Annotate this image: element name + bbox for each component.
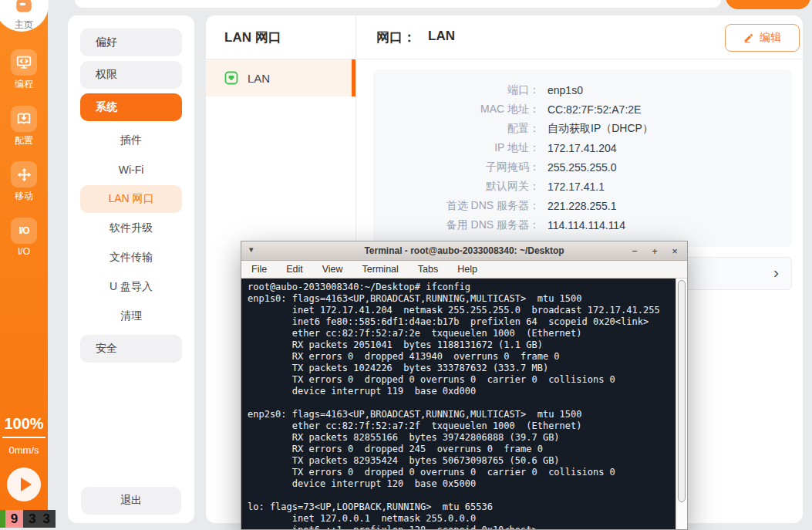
terminal-titlebar[interactable]: ▾ Terminal - root@aubo-2033008340: ~/Des… bbox=[241, 241, 687, 261]
sidebar-item-program[interactable]: 编程 bbox=[0, 49, 48, 91]
top-toolbar bbox=[75, 0, 721, 8]
terminal-menu-terminal[interactable]: Terminal bbox=[362, 264, 399, 275]
menu-preferences-label: 偏好 bbox=[96, 35, 117, 49]
menu-plugins-label: 插件 bbox=[120, 133, 142, 147]
settings-menu-panel: 偏好 权限 系统 插件 Wi-Fi LAN 网口 软件升级 文件传输 U 盘导入… bbox=[68, 15, 194, 523]
taskbar-badge-9[interactable]: 9 bbox=[5, 510, 23, 528]
menu-item-usb-import[interactable]: U 盘导入 bbox=[80, 272, 182, 302]
menu-item-plugins[interactable]: 插件 bbox=[80, 126, 182, 155]
lan-list-item[interactable]: LAN bbox=[206, 59, 355, 96]
config-icon bbox=[11, 106, 37, 132]
menu-item-file-transfer[interactable]: 文件传输 bbox=[80, 243, 182, 272]
menu-permissions-label: 权限 bbox=[96, 68, 117, 82]
field-gateway-label: 默认网关： bbox=[373, 180, 540, 194]
io-icon: I/O bbox=[11, 218, 37, 244]
menu-item-preferences[interactable]: 偏好 bbox=[80, 29, 182, 56]
speed-underline bbox=[2, 437, 45, 438]
maximize-icon[interactable]: + bbox=[650, 245, 659, 257]
field-config-value: 自动获取IP（DHCP） bbox=[548, 122, 653, 136]
menu-usb-import-label: U 盘导入 bbox=[110, 280, 153, 294]
menu-file-transfer-label: 文件传输 bbox=[110, 251, 153, 265]
field-netmask-label: 子网掩码： bbox=[373, 160, 540, 174]
terminal-menu-tabs[interactable]: Tabs bbox=[418, 264, 438, 275]
field-netmask-value: 255.255.255.0 bbox=[548, 161, 617, 174]
sidebar-item-move[interactable]: 移动 bbox=[0, 161, 48, 203]
terminal-window[interactable]: ▾ Terminal - root@aubo-2033008340: ~/Des… bbox=[241, 241, 688, 530]
sidebar-move-label: 移动 bbox=[15, 190, 33, 203]
menu-security-label: 安全 bbox=[96, 342, 117, 356]
field-dns2-value: 114.114.114.114 bbox=[548, 219, 625, 231]
terminal-menu-view[interactable]: View bbox=[322, 264, 343, 275]
menu-clean-label: 清理 bbox=[120, 309, 142, 323]
field-dns1: 首选 DNS 服务器：221.228.255.1 bbox=[373, 196, 792, 215]
badge-3a-label: 3 bbox=[29, 511, 35, 527]
field-config: 配置：自动获取IP（DHCP） bbox=[373, 119, 792, 138]
sidebar-io-label: I/O bbox=[18, 246, 30, 257]
scrollbar-thumb[interactable] bbox=[678, 280, 686, 502]
taskbar-green-strip bbox=[0, 510, 5, 528]
menu-software-upgrade-label: 软件升级 bbox=[110, 221, 153, 235]
field-config-label: 配置： bbox=[373, 122, 540, 136]
terminal-output: root@aubo-2033008340:~/Desktop# ifconfig… bbox=[241, 279, 687, 529]
badge-3b-label: 3 bbox=[43, 511, 50, 527]
sidebar-home-label: 主页 bbox=[0, 19, 48, 32]
menu-item-system[interactable]: 系统 bbox=[80, 93, 182, 121]
menu-item-permissions[interactable]: 权限 bbox=[80, 61, 182, 89]
move-icon bbox=[11, 161, 37, 187]
menu-item-wifi[interactable]: Wi-Fi bbox=[80, 155, 182, 184]
menu-wifi-label: Wi-Fi bbox=[119, 164, 144, 176]
app-sidebar: 主页 编程 配置 移动 I/O I/O 100% 0mm/s bbox=[0, 0, 48, 511]
sidebar-item-config[interactable]: 配置 bbox=[0, 106, 48, 147]
terminal-menu-edit[interactable]: Edit bbox=[286, 264, 303, 275]
sidebar-item-io[interactable]: I/O I/O bbox=[0, 218, 48, 257]
code-icon bbox=[11, 49, 37, 76]
home-icon bbox=[12, 0, 36, 16]
field-ip-value: 172.17.41.204 bbox=[548, 142, 617, 154]
close-icon[interactable]: × bbox=[670, 245, 679, 257]
pencil-icon bbox=[743, 32, 754, 43]
terminal-menubar: File Edit View Terminal Tabs Help bbox=[241, 261, 687, 279]
speed-percent: 100% bbox=[0, 415, 48, 433]
field-mac-label: MAC 地址： bbox=[373, 103, 540, 116]
topbar-action-button[interactable] bbox=[726, 0, 810, 9]
lan-item-label: LAN bbox=[248, 72, 270, 85]
field-netmask: 子网掩码：255.255.255.0 bbox=[373, 157, 792, 177]
field-ip: IP 地址：172.17.41.204 bbox=[373, 138, 792, 157]
menu-system-label: 系统 bbox=[96, 100, 117, 114]
terminal-scrollbar[interactable] bbox=[676, 279, 687, 529]
detail-title: 网口： LAN bbox=[376, 29, 455, 46]
sidebar-config-label: 配置 bbox=[15, 134, 33, 147]
minimize-icon[interactable]: − bbox=[630, 245, 639, 257]
exit-button-label: 退出 bbox=[120, 494, 142, 508]
field-gateway: 默认网关：172.17.41.1 bbox=[373, 177, 792, 196]
field-dns1-label: 首选 DNS 服务器： bbox=[373, 199, 540, 213]
detail-title-value: LAN bbox=[428, 29, 455, 46]
terminal-title: Terminal - root@aubo-2033008340: ~/Deskt… bbox=[364, 245, 564, 256]
window-menu-icon[interactable]: ▾ bbox=[249, 245, 254, 255]
play-button[interactable] bbox=[7, 468, 41, 501]
badge-9-label: 9 bbox=[11, 511, 18, 527]
menu-item-clean[interactable]: 清理 bbox=[80, 302, 182, 331]
detail-title-label: 网口： bbox=[376, 29, 416, 46]
menu-lan-label: LAN 网口 bbox=[108, 192, 153, 206]
taskbar-badge-group[interactable]: 3 3 bbox=[23, 510, 56, 528]
field-port: 端口：enp1s0 bbox=[373, 80, 792, 100]
terminal-menu-help[interactable]: Help bbox=[457, 264, 477, 275]
chevron-right-icon: › bbox=[773, 263, 779, 282]
edit-button[interactable]: 编辑 bbox=[725, 24, 800, 52]
field-dns2-label: 备用 DNS 服务器： bbox=[373, 218, 540, 232]
field-mac: MAC 地址：CC:82:7F:52:A7:2E bbox=[373, 100, 792, 119]
terminal-content[interactable]: root@aubo-2033008340:~/Desktop# ifconfig… bbox=[241, 279, 687, 529]
speed-rate: 0mm/s bbox=[0, 444, 48, 456]
field-port-label: 端口： bbox=[373, 83, 540, 97]
network-detail-card: 端口：enp1s0 MAC 地址：CC:82:7F:52:A7:2E 配置：自动… bbox=[373, 69, 792, 247]
menu-item-software-upgrade[interactable]: 软件升级 bbox=[80, 214, 182, 243]
menu-item-security[interactable]: 安全 bbox=[80, 335, 182, 363]
ethernet-icon bbox=[224, 71, 238, 85]
field-dns1-value: 221.228.255.1 bbox=[548, 200, 617, 212]
exit-button[interactable]: 退出 bbox=[81, 487, 181, 515]
lan-list-title: LAN 网口 bbox=[224, 29, 281, 46]
field-ip-label: IP 地址： bbox=[373, 141, 540, 155]
terminal-menu-file[interactable]: File bbox=[251, 264, 267, 275]
menu-item-lan[interactable]: LAN 网口 bbox=[80, 185, 182, 213]
